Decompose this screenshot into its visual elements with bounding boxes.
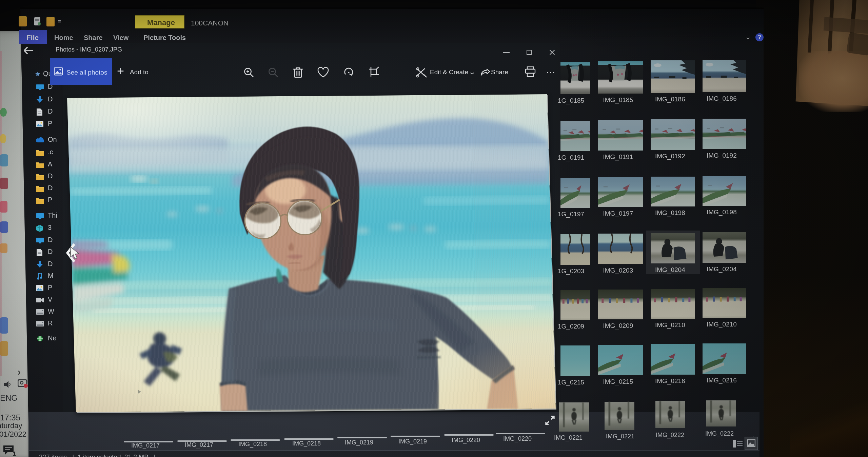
svg-text:1: 1 (13, 451, 16, 457)
